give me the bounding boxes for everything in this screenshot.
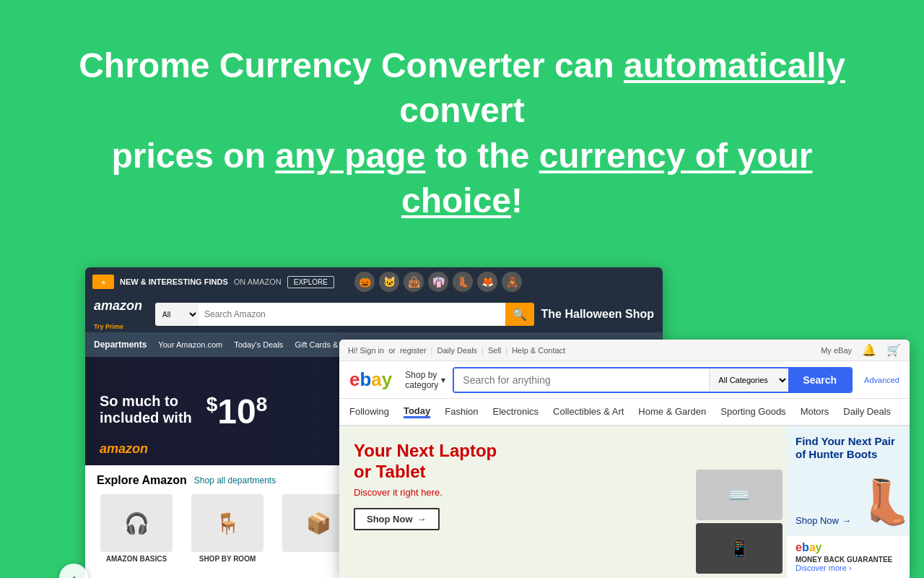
- ebay-logo-small: ebay: [796, 541, 901, 554]
- ebay-laptop-title: Your Next Laptop or Tablet: [354, 441, 497, 483]
- ebay-logo: ebay: [349, 368, 392, 391]
- amazon-product-room: 🪑 SHOP BY ROOM: [188, 494, 267, 563]
- amazon-logo-small: a: [92, 275, 114, 289]
- ebay-shop-by-cat-arrow: ▾: [441, 375, 445, 385]
- amazon-search-input[interactable]: [199, 303, 505, 326]
- amazon-product-img-basics: 🎧: [100, 494, 173, 552]
- ebay-right-sidebar: Find Your Next Pair of Hunter Boots 👢 Sh…: [787, 426, 910, 578]
- ebay-device-tablet: 📱: [696, 523, 783, 574]
- ebay-my-ebay[interactable]: My eBay: [821, 346, 852, 355]
- ebay-cat-collectibles[interactable]: Collectibles & Art: [553, 406, 624, 418]
- ebay-money-back-text: MONEY BACK GUARANTEE: [796, 556, 901, 564]
- ebay-cat-sporting[interactable]: Sporting Goods: [720, 406, 785, 418]
- amazon-product-label-room: SHOP BY ROOM: [199, 555, 256, 563]
- amazon-hero-text: So much to included with: [100, 393, 192, 429]
- ebay-search-button[interactable]: Search: [788, 368, 851, 392]
- ebay-laptop-shop-now-button[interactable]: Shop Now →: [354, 508, 440, 530]
- ebay-sep2: |: [481, 346, 484, 355]
- ebay-logo-small-a: a: [809, 541, 816, 553]
- ebay-cat-motors[interactable]: Motors: [801, 406, 829, 418]
- amazon-product-icons: 🎃 🐱 👜 👘 👢 🦊 🧸: [354, 272, 522, 292]
- amazon-explore-button[interactable]: EXPLORE: [287, 276, 334, 288]
- ebay-hunter-shop-now-arrow: →: [842, 515, 851, 526]
- ebay-laptop-subtitle: Discover it right here.: [354, 487, 497, 498]
- amazon-todays-deals[interactable]: Today's Deals: [234, 340, 283, 349]
- ebay-cat-today[interactable]: Today: [404, 405, 430, 418]
- ebay-hunter-shop-now[interactable]: Shop Now →: [796, 515, 901, 526]
- headline: Chrome Currency Converter can automatica…: [0, 0, 924, 253]
- ebay-top-right: My eBay 🔔 🛒: [821, 343, 901, 357]
- ebay-daily-deals-link[interactable]: Daily Deals: [437, 346, 477, 355]
- amazon-banner-on: ON AMAZON: [234, 277, 282, 286]
- amazon-search-bar: All 🔍: [155, 303, 534, 326]
- ebay-category-select[interactable]: All Categories: [709, 368, 788, 392]
- ebay-top-bar: Hi! Sign in or register | Daily Deals | …: [339, 340, 910, 361]
- ebay-signin[interactable]: Hi! Sign in: [348, 346, 384, 355]
- ebay-sell-link[interactable]: Sell: [488, 346, 501, 355]
- ebay-logo-small-e: e: [796, 541, 802, 553]
- any-page-text: any page: [275, 137, 425, 175]
- ebay-logo-e: e: [349, 368, 359, 390]
- amazon-prime-sub: Try Prime: [94, 323, 123, 330]
- ebay-or: or: [388, 346, 396, 355]
- amazon-top-banner: a NEW & INTERESTING FINDS ON AMAZON EXPL…: [85, 267, 663, 296]
- ebay-advanced-link[interactable]: Advanced: [864, 376, 899, 384]
- amazon-explore-title: Explore Amazon: [97, 474, 187, 487]
- ebay-main-nav: ebay Shop bycategory ▾ All Categories Se…: [339, 361, 910, 399]
- ebay-cat-fashion[interactable]: Fashion: [445, 406, 478, 418]
- ebay-device-keyboard: ⌨️: [696, 470, 783, 520]
- ebay-sep3: |: [505, 346, 507, 355]
- ebay-laptop-banner: Your Next Laptop or Tablet Discover it r…: [339, 426, 787, 578]
- ebay-shop-by-category[interactable]: Shop bycategory ▾: [405, 370, 445, 390]
- amazon-product-icon-3: 👜: [404, 272, 424, 292]
- ebay-shop-by-cat-label: Shop bycategory: [405, 370, 438, 390]
- ebay-search-input[interactable]: [454, 368, 709, 392]
- ebay-cat-electronics[interactable]: Electronics: [493, 406, 539, 418]
- ebay-logo-small-y: y: [816, 541, 822, 553]
- ebay-logo-a: a: [371, 368, 381, 390]
- amazon-search-category[interactable]: All: [155, 303, 199, 326]
- amazon-departments[interactable]: Departments: [94, 340, 147, 350]
- ebay-hunter-shop-now-label: Shop Now: [796, 515, 839, 526]
- ebay-category-nav: Following Today Fashion Electronics Coll…: [339, 399, 910, 426]
- amazon-product-icon-6: 🦊: [477, 272, 497, 292]
- ebay-shop-now-label: Shop Now: [367, 514, 413, 525]
- ebay-money-back-section: ebay MONEY BACK GUARANTEE Discover more …: [787, 535, 910, 578]
- amazon-hero-partial: 8: [256, 393, 268, 415]
- currency-choice-text: currency of your choice: [401, 137, 812, 220]
- left-arrow-button[interactable]: ‹: [59, 564, 88, 578]
- amazon-product-basics: 🎧 AMAZON BASICS: [97, 494, 176, 563]
- ebay-hunter-boots-title: Find Your Next Pair of Hunter Boots: [796, 435, 901, 461]
- ebay-screenshot: Hi! Sign in or register | Daily Deals | …: [339, 340, 910, 578]
- amazon-product-label-basics: AMAZON BASICS: [106, 555, 167, 563]
- amazon-product-icon-2: 🐱: [379, 272, 399, 292]
- amazon-right-nav: The Halloween Shop: [541, 308, 654, 321]
- ebay-cat-home-garden[interactable]: Home & Garden: [638, 406, 706, 418]
- ebay-laptop-devices: ⌨️ 📱: [692, 465, 787, 578]
- automatically-text: automatically: [624, 46, 845, 85]
- headline-text: Chrome Currency Converter can automatica…: [79, 46, 845, 220]
- amazon-navbar: amazonTry Prime All 🔍 The Halloween Shop: [85, 296, 663, 332]
- ebay-discover-more-link[interactable]: Discover more ›: [796, 564, 901, 572]
- ebay-shop-now-arrow: →: [417, 514, 427, 525]
- ebay-help-link[interactable]: Help & Contact: [512, 346, 565, 355]
- ebay-cat-daily-deals[interactable]: Daily Deals: [843, 406, 891, 418]
- ebay-notifications-icon[interactable]: 🔔: [862, 343, 876, 357]
- ebay-register-link[interactable]: register: [400, 346, 427, 355]
- amazon-halloween-title: The Halloween Shop: [541, 308, 654, 321]
- amazon-product-img-room: 🪑: [191, 494, 263, 552]
- amazon-your-amazon[interactable]: Your Amazon.com: [158, 340, 222, 349]
- ebay-logo-small-b: b: [802, 541, 809, 553]
- amazon-product-icon-5: 👢: [453, 272, 473, 292]
- left-arrow-icon: ‹: [71, 570, 77, 579]
- amazon-logo-bottom: amazon: [100, 441, 148, 457]
- amazon-hero-price: $108: [206, 392, 268, 431]
- ebay-cart-icon[interactable]: 🛒: [886, 343, 901, 357]
- amazon-logo: amazonTry Prime: [94, 298, 148, 330]
- ebay-cat-following[interactable]: Following: [349, 406, 389, 418]
- amazon-search-button[interactable]: 🔍: [505, 303, 534, 326]
- ebay-hunter-boots-ad: Find Your Next Pair of Hunter Boots 👢 Sh…: [787, 426, 910, 535]
- ebay-content-area: Your Next Laptop or Tablet Discover it r…: [339, 426, 910, 578]
- amazon-hero-h2: So much to included with: [100, 393, 192, 426]
- amazon-shop-all-link[interactable]: Shop all departments: [194, 475, 276, 486]
